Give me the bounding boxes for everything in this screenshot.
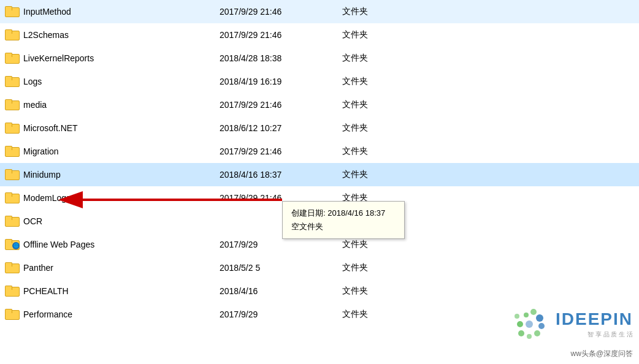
file-date: 2018/4/16 18:37 — [207, 170, 330, 180]
tooltip-line2: 空文件夹 — [291, 220, 396, 233]
folder-icon — [5, 215, 18, 227]
folder-icon — [5, 262, 18, 274]
folder-icon — [5, 308, 18, 320]
file-type: 文件夹 — [330, 123, 634, 134]
folder-icon — [5, 6, 18, 17]
file-date: 2018/4/28 18:38 — [207, 53, 330, 63]
file-row[interactable]: InputMethod2017/9/29 21:46文件夹 — [0, 0, 639, 23]
file-date: 2018/5/2 5 — [207, 263, 330, 273]
folder-icon — [5, 145, 18, 157]
watermark-subtitle-text: 智 享 品 质 生 活 — [556, 330, 633, 339]
file-date: 2018/4/16 — [207, 286, 330, 296]
file-date: 2017/9/29 21:46 — [207, 7, 330, 17]
file-name: media — [23, 100, 207, 110]
file-row[interactable]: Performance2017/9/29文件夹 — [0, 303, 639, 326]
file-row[interactable]: media2017/9/29 21:46文件夹 — [0, 93, 639, 116]
file-name: Migration — [23, 146, 207, 156]
svg-point-8 — [527, 334, 532, 339]
file-row[interactable]: LiveKernelReports2018/4/28 18:38文件夹 — [0, 47, 639, 70]
folder-icon — [5, 76, 18, 87]
file-type: 文件夹 — [330, 169, 634, 180]
file-date: 2017/9/29 21:46 — [207, 30, 330, 40]
file-row[interactable]: L2Schemas2017/9/29 21:46文件夹 — [0, 23, 639, 47]
file-date: 2018/4/19 16:19 — [207, 77, 330, 86]
folder-icon — [5, 29, 18, 41]
file-type: 文件夹 — [330, 146, 634, 157]
file-name: OCR — [23, 216, 207, 226]
file-type: 文件夹 — [330, 309, 634, 320]
tooltip-line1: 创建日期: 2018/4/16 18:37 — [291, 207, 396, 220]
file-type: 文件夹 — [330, 99, 634, 110]
file-row[interactable]: PCHEALTH2018/4/16文件夹 — [0, 279, 639, 303]
file-name: Microsoft.NET — [23, 123, 207, 133]
folder-icon — [5, 99, 18, 111]
file-name: Logs — [23, 77, 207, 86]
file-tooltip: 创建日期: 2018/4/16 18:37 空文件夹 — [282, 201, 405, 239]
folder-icon — [5, 309, 18, 320]
svg-point-7 — [534, 330, 540, 336]
file-type: 文件夹 — [330, 6, 634, 17]
file-name: InputMethod — [23, 7, 207, 17]
file-row[interactable]: Migration2017/9/29 21:46文件夹 — [0, 140, 639, 163]
folder-icon — [5, 285, 18, 297]
folder-icon — [5, 192, 18, 203]
file-name: LiveKernelReports — [23, 53, 207, 63]
file-name: ModemLogs — [23, 193, 207, 203]
folder-icon — [5, 192, 18, 204]
folder-icon — [5, 52, 18, 64]
folder-icon — [5, 29, 18, 40]
web-folder-icon: 🌐 — [5, 238, 18, 251]
folder-icon — [5, 99, 18, 110]
svg-point-9 — [518, 330, 524, 336]
file-name: L2Schemas — [23, 30, 207, 40]
folder-icon — [5, 169, 18, 181]
folder-icon — [5, 286, 18, 297]
file-list: InputMethod2017/9/29 21:46文件夹L2Schemas20… — [0, 0, 639, 326]
folder-icon — [5, 216, 18, 227]
file-name: Performance — [23, 309, 207, 319]
file-date: 2017/9/29 21:46 — [207, 100, 330, 110]
file-row[interactable]: Minidump2018/4/16 18:37文件夹 — [0, 163, 639, 186]
file-row[interactable]: Panther2018/5/2 5文件夹 — [0, 256, 639, 279]
folder-icon — [5, 53, 18, 64]
file-type: 文件夹 — [330, 286, 634, 297]
file-type: 文件夹 — [330, 76, 634, 87]
folder-icon — [5, 169, 18, 180]
folder-icon — [5, 122, 18, 134]
file-type: 文件夹 — [330, 239, 634, 250]
folder-icon — [5, 6, 18, 18]
watermark-footer: ww头条@深度问答 — [570, 349, 633, 359]
file-date: 2017/9/29 — [207, 240, 330, 249]
file-date: 2018/6/12 10:27 — [207, 123, 330, 133]
web-icon: 🌐 — [5, 239, 18, 250]
file-type: 文件夹 — [330, 262, 634, 273]
folder-icon — [5, 262, 18, 273]
file-row[interactable]: Logs2018/4/19 16:19文件夹 — [0, 70, 639, 93]
folder-icon — [5, 75, 18, 88]
file-type: 文件夹 — [330, 29, 634, 40]
file-date: 2017/9/29 — [207, 309, 330, 319]
file-name: PCHEALTH — [23, 286, 207, 296]
file-row[interactable]: Microsoft.NET2018/6/12 10:27文件夹 — [0, 116, 639, 140]
file-name: Minidump — [23, 170, 207, 180]
file-name: Panther — [23, 263, 207, 273]
folder-icon — [5, 123, 18, 134]
file-type: 文件夹 — [330, 53, 634, 64]
file-date: 2017/9/29 21:46 — [207, 146, 330, 156]
folder-icon — [5, 146, 18, 157]
file-name: Offline Web Pages — [23, 240, 207, 249]
